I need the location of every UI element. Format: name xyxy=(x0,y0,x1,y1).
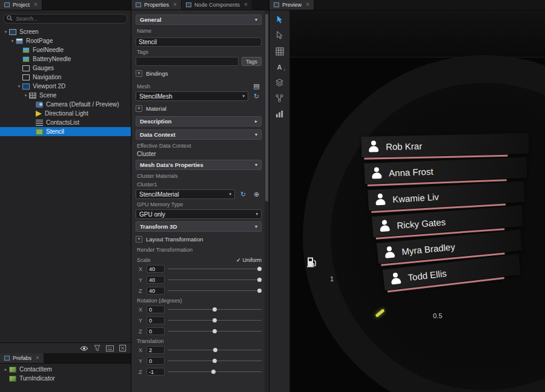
text-tool-icon: A↓ xyxy=(277,64,282,71)
mesh-browse-button[interactable]: ▤ xyxy=(251,82,262,91)
close-icon[interactable]: × xyxy=(173,2,177,8)
rotation-z-input[interactable] xyxy=(147,327,165,335)
tab-project[interactable]: Project × xyxy=(0,0,42,10)
filter-button[interactable] xyxy=(94,345,101,351)
scale-x-slider[interactable] xyxy=(168,265,262,273)
tree-item-scene[interactable]: ▾Scene xyxy=(0,91,131,100)
slider-thumb[interactable] xyxy=(257,267,262,271)
expander-icon[interactable]: ▾ xyxy=(22,93,29,98)
expander-icon[interactable]: ▸ xyxy=(2,367,9,372)
slider-thumb[interactable] xyxy=(213,318,217,322)
translation-y-input[interactable] xyxy=(147,357,165,365)
section-transform-3d[interactable]: Transform 3D ▾ xyxy=(136,221,262,232)
grid-tool-button[interactable] xyxy=(271,44,288,58)
name-input[interactable] xyxy=(136,38,262,47)
contact-item[interactable]: Anna Frost xyxy=(364,157,527,184)
properties-scrollbar[interactable] xyxy=(265,10,269,392)
text-tool-button[interactable]: A↓ xyxy=(271,60,288,74)
scene-icon xyxy=(29,93,36,99)
slider-thumb[interactable] xyxy=(213,329,217,333)
mesh-select[interactable]: StencilMesh ▾ xyxy=(136,91,248,101)
mesh-label: Mesh xyxy=(137,83,150,90)
tree-item-viewport2d[interactable]: ▾Viewport 2D xyxy=(0,82,131,91)
visibility-button[interactable] xyxy=(80,345,88,351)
search-input[interactable] xyxy=(3,14,128,24)
scale-z-input[interactable] xyxy=(147,287,165,295)
tab-prefabs[interactable]: Prefabs × xyxy=(0,353,44,363)
gauge-scale-value: 0.5 xyxy=(433,312,442,319)
select-tool-button[interactable] xyxy=(271,28,288,42)
expander-icon[interactable]: ▾ xyxy=(9,39,16,44)
slider-thumb[interactable] xyxy=(257,278,262,282)
scale-x-input[interactable] xyxy=(147,265,165,273)
tab-node-components[interactable]: Node Components × xyxy=(182,0,253,10)
mesh-reset-button[interactable]: ↻ xyxy=(251,91,262,101)
scale-z-slider[interactable] xyxy=(168,287,262,295)
keyboard-button[interactable] xyxy=(106,345,114,351)
kanzi-studio-window: Project × ▾Screen ▾RootPage FuelNeedle B… xyxy=(0,0,545,392)
contact-item[interactable]: Kwamie Liv xyxy=(368,181,524,211)
material-target-button[interactable]: ⊕ xyxy=(251,189,262,199)
contact-item[interactable]: Rob Krar xyxy=(362,133,529,157)
gpu-memory-select[interactable]: GPU only ▾ xyxy=(136,209,262,219)
slider-thumb[interactable] xyxy=(213,359,217,363)
stencil-material-select[interactable]: StencilMaterial ▾ xyxy=(136,189,235,199)
tags-button[interactable]: Tags xyxy=(242,57,262,66)
interact-tool-button[interactable] xyxy=(271,13,288,27)
tree-item-navigation[interactable]: Navigation xyxy=(0,73,131,82)
section-mesh-data[interactable]: Mesh Data's Properties ▾ xyxy=(136,160,262,170)
tree-item-gauges[interactable]: Gauges xyxy=(0,64,131,73)
translation-y-slider[interactable] xyxy=(168,357,262,365)
rotation-x-input[interactable] xyxy=(147,305,165,313)
rotation-y-slider[interactable] xyxy=(168,316,262,324)
translation-z-slider[interactable] xyxy=(168,368,262,376)
tags-input[interactable] xyxy=(136,57,239,66)
preview-canvas[interactable]: Rob Krar Anna Frost Kwamie Liv Ricky Gat… xyxy=(290,10,545,392)
section-data-context[interactable]: Data Context ▾ xyxy=(136,129,262,140)
slider-thumb[interactable] xyxy=(213,348,217,352)
node-graph-tool-button[interactable] xyxy=(271,91,288,105)
translation-x-input[interactable] xyxy=(147,346,165,354)
chevron-down-icon: ▾ xyxy=(255,162,257,168)
prefab-item-contactitem[interactable]: ▸ContactItem xyxy=(0,365,131,374)
uniform-checkbox[interactable]: ✓ Uniform xyxy=(236,257,262,263)
material-reset-button[interactable]: ↻ xyxy=(238,189,248,199)
bindings-add-row[interactable]: + Bindings xyxy=(136,70,260,77)
rotation-y-input[interactable] xyxy=(147,316,165,324)
prefab-item-turnindicator[interactable]: TurnIndicator xyxy=(0,374,131,383)
expander-icon[interactable]: ▾ xyxy=(2,30,9,34)
layout-transformation-add-row[interactable]: + Layout Transformation xyxy=(136,236,260,243)
scale-y-slider[interactable] xyxy=(168,276,262,284)
detach-button[interactable] xyxy=(119,345,126,351)
tree-item-screen[interactable]: ▾Screen xyxy=(0,27,131,36)
close-icon[interactable]: × xyxy=(306,2,309,8)
slider-thumb[interactable] xyxy=(213,307,217,312)
layers-tool-button[interactable] xyxy=(271,76,288,90)
translation-x-slider[interactable] xyxy=(168,346,262,354)
section-description[interactable]: Description ▸ xyxy=(136,116,262,126)
rotation-z-slider[interactable] xyxy=(168,327,262,335)
translation-z-input[interactable] xyxy=(147,368,165,376)
slider-thumb[interactable] xyxy=(211,370,216,374)
rotation-x-slider[interactable] xyxy=(168,305,262,313)
tab-preview[interactable]: Preview × xyxy=(269,0,314,10)
scale-y-input[interactable] xyxy=(147,276,165,284)
tree-item-stencil[interactable]: Stencil xyxy=(0,127,131,136)
tree-item-fuelneedle[interactable]: FuelNeedle xyxy=(0,45,131,54)
tree-item-directional-light[interactable]: Directional Light xyxy=(0,109,131,118)
tree-item-rootpage[interactable]: ▾RootPage xyxy=(0,36,131,45)
close-icon[interactable]: × xyxy=(34,2,38,8)
buildings-tool-button[interactable] xyxy=(271,107,288,121)
close-icon[interactable]: × xyxy=(244,2,248,8)
section-general[interactable]: General ▾ xyxy=(136,15,262,25)
expander-icon[interactable]: ▾ xyxy=(16,84,22,89)
tree-item-camera[interactable]: Camera (Default / Preview) xyxy=(0,100,131,109)
scrollbar-thumb[interactable] xyxy=(265,14,268,201)
slider-thumb[interactable] xyxy=(257,289,262,293)
tab-properties[interactable]: Properties × xyxy=(131,0,182,10)
tree-item-contactslist[interactable]: ContactsList xyxy=(0,118,131,127)
close-icon[interactable]: × xyxy=(36,355,39,361)
tree-item-batteryneedle[interactable]: BatteryNeedle xyxy=(0,54,131,64)
material-add-row[interactable]: + Material xyxy=(136,105,260,112)
name-label: Name xyxy=(137,28,260,34)
